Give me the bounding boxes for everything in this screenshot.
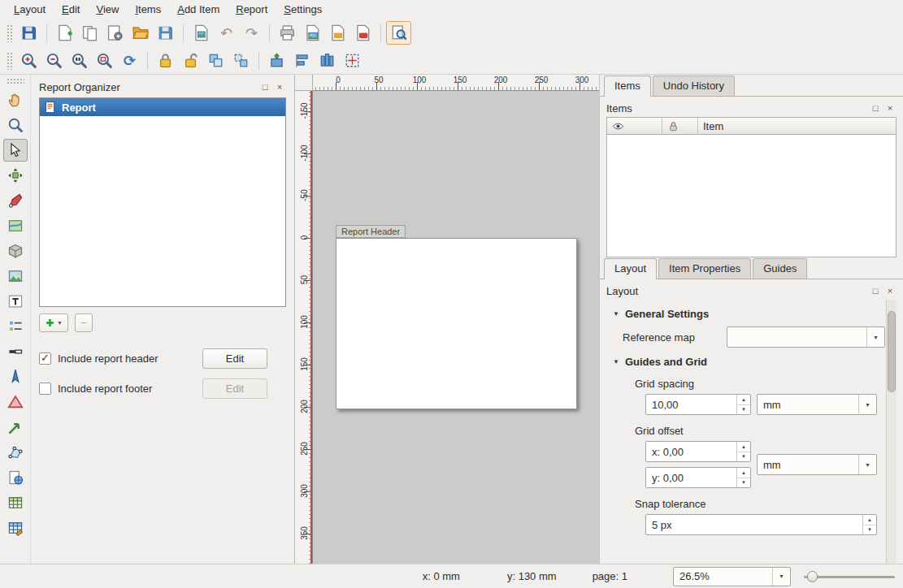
tab-undo-history[interactable]: Undo History — [653, 76, 735, 96]
add-picture-button[interactable] — [3, 265, 28, 288]
add-3d-map-button[interactable] — [3, 240, 28, 262]
menu-report[interactable]: Report — [228, 2, 275, 17]
add-arrow-button[interactable] — [3, 416, 28, 439]
export-as-svg-button[interactable] — [325, 21, 350, 45]
move-item-content-button[interactable] — [3, 164, 28, 187]
add-attribute-table-button[interactable] — [3, 491, 28, 514]
toolbar-grip[interactable] — [7, 52, 13, 70]
zoom-slider[interactable] — [804, 568, 895, 586]
grid-offset-y-spinbox[interactable]: y: 0,00 ▲▼ — [645, 467, 751, 488]
reference-map-combobox[interactable]: ▼ — [727, 326, 885, 348]
add-north-arrow-button[interactable] — [3, 365, 28, 388]
tab-layout[interactable]: Layout — [604, 258, 657, 279]
raise-items-button[interactable] — [264, 49, 289, 72]
add-shape-button[interactable] — [3, 391, 28, 413]
spin-up-icon[interactable]: ▲ — [863, 515, 876, 525]
zoom-actual-button[interactable] — [67, 49, 92, 72]
menu-items[interactable]: Items — [128, 2, 168, 17]
grid-spacing-unit-combobox[interactable]: mm ▼ — [757, 394, 877, 415]
panel-float-button[interactable]: □ — [869, 284, 882, 297]
panel-close-button[interactable]: × — [273, 80, 286, 93]
tab-items[interactable]: Items — [604, 76, 651, 97]
zoom-slider-thumb[interactable] — [807, 571, 818, 582]
resize-items-button[interactable] — [340, 49, 365, 72]
unlock-items-button[interactable] — [178, 49, 203, 72]
include-report-header-checkbox[interactable] — [39, 352, 51, 365]
spin-down-icon[interactable]: ▼ — [737, 478, 750, 488]
refresh-button[interactable]: ⟳ — [117, 49, 142, 72]
spin-buttons[interactable]: ▲▼ — [736, 468, 750, 487]
print-button[interactable] — [275, 21, 300, 45]
spin-down-icon[interactable]: ▼ — [737, 405, 750, 415]
new-report-button[interactable] — [52, 21, 77, 45]
add-legend-button[interactable] — [3, 315, 28, 338]
undo-button[interactable]: ↶ — [214, 21, 239, 45]
grid-spacing-spinbox[interactable]: 10,00 ▲▼ — [645, 394, 751, 415]
add-map-button[interactable] — [3, 214, 28, 237]
layout-canvas[interactable]: Report Header — [313, 91, 599, 564]
edit-header-button[interactable]: Edit — [202, 348, 267, 369]
panel-close-button[interactable]: × — [883, 102, 896, 115]
export-as-image-button[interactable] — [300, 21, 325, 45]
export-image-button[interactable] — [189, 21, 214, 45]
spin-down-icon[interactable]: ▼ — [863, 525, 876, 535]
save-layout-button[interactable] — [16, 21, 41, 45]
snap-tolerance-spinbox[interactable]: 5 px ▲▼ — [645, 514, 877, 535]
spin-buttons[interactable]: ▲▼ — [862, 515, 876, 534]
general-settings-section[interactable]: ▼ General Settings — [613, 308, 885, 320]
spin-down-icon[interactable]: ▼ — [737, 452, 750, 462]
export-as-pdf-button[interactable] — [350, 21, 376, 45]
select-move-item-button[interactable] — [3, 139, 28, 162]
lock-column-header[interactable] — [662, 118, 698, 134]
menu-settings[interactable]: Settings — [276, 2, 329, 17]
zoom-combobox[interactable]: 26.5% ▼ — [673, 567, 791, 586]
add-label-button[interactable] — [3, 290, 28, 313]
add-html-button[interactable] — [3, 466, 28, 489]
menu-view[interactable]: View — [89, 2, 126, 17]
distribute-items-button[interactable] — [315, 49, 340, 72]
duplicate-layout-button[interactable] — [77, 21, 102, 45]
scrollbar-thumb[interactable] — [888, 311, 896, 392]
zoom-in-button[interactable] — [16, 49, 41, 72]
spin-up-icon[interactable]: ▲ — [737, 395, 750, 405]
add-node-item-button[interactable] — [3, 441, 28, 464]
panel-float-button[interactable]: □ — [869, 102, 882, 115]
edit-nodes-item-button[interactable] — [3, 189, 28, 212]
lock-items-button[interactable] — [153, 49, 178, 72]
visibility-column-header[interactable] — [607, 118, 662, 134]
spin-buttons[interactable]: ▲▼ — [736, 442, 750, 461]
layout-panel-scrollbar[interactable] — [886, 300, 896, 564]
grid-offset-x-spinbox[interactable]: x: 0,00 ▲▼ — [645, 441, 751, 462]
save-as-button[interactable] — [153, 21, 178, 45]
add-fixed-table-button[interactable] — [3, 517, 28, 539]
toolbar-grip[interactable] — [7, 24, 13, 42]
include-report-footer-checkbox[interactable] — [39, 383, 51, 395]
spin-buttons[interactable]: ▲▼ — [736, 395, 750, 414]
tab-item-properties[interactable]: Item Properties — [658, 258, 751, 279]
zoom-tool-button[interactable] — [3, 114, 28, 136]
layout-manager-button[interactable] — [102, 21, 128, 45]
tree-item-report[interactable]: Report — [40, 98, 285, 116]
add-section-button[interactable]: ▼ — [39, 313, 68, 332]
panel-float-button[interactable]: □ — [258, 80, 271, 93]
item-column-header[interactable]: Item — [698, 118, 896, 134]
report-page[interactable] — [336, 238, 577, 409]
menu-add-item[interactable]: Add Item — [170, 2, 227, 17]
zoom-out-button[interactable] — [41, 49, 67, 72]
spin-up-icon[interactable]: ▲ — [737, 468, 750, 478]
tab-guides[interactable]: Guides — [753, 258, 807, 279]
menu-layout[interactable]: Layout — [7, 2, 53, 17]
redo-button[interactable]: ↷ — [239, 21, 264, 45]
items-list[interactable] — [606, 135, 896, 257]
grid-offset-unit-combobox[interactable]: mm ▼ — [757, 454, 877, 475]
group-items-button[interactable] — [203, 49, 228, 72]
open-folder-button[interactable] — [128, 21, 153, 45]
report-settings-button[interactable] — [386, 21, 411, 45]
zoom-full-button[interactable] — [92, 49, 117, 72]
spin-up-icon[interactable]: ▲ — [737, 442, 750, 452]
panel-close-button[interactable]: × — [883, 284, 896, 297]
ungroup-items-button[interactable] — [228, 49, 254, 72]
menu-edit[interactable]: Edit — [54, 2, 87, 17]
add-scalebar-button[interactable] — [3, 340, 28, 363]
guides-and-grid-section[interactable]: ▼ Guides and Grid — [613, 356, 885, 368]
